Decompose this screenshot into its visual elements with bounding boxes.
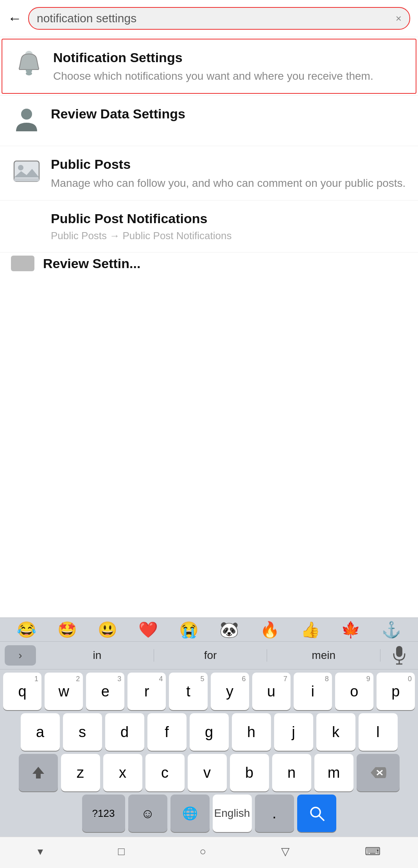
person-icon [11,105,42,136]
partial-result-item[interactable]: Review Settin... [0,252,418,274]
key-p[interactable]: 0p [377,673,415,710]
emoji-red-heart[interactable]: ❤️ [128,622,169,637]
key-d[interactable]: d [105,713,144,751]
num-sym-key[interactable]: ?123 [82,795,125,832]
key-row-4: ?123 ☺ 🌐 English . [3,795,415,832]
key-v[interactable]: v [188,754,227,791]
key-a[interactable]: a [21,713,60,751]
emoji-kissing-star[interactable]: 🤩 [47,622,88,637]
emoji-anchor[interactable]: ⚓ [371,622,412,637]
nav-back-button[interactable]: ▽ [281,845,290,858]
key-row-2: a s d f g h j k l [3,713,415,751]
key-l[interactable]: l [359,713,398,751]
result-text-notification-settings: Notification Settings Choose which notif… [53,49,405,84]
result-title: Notification Settings [53,49,405,66]
search-key[interactable] [297,795,336,832]
result-item-review-data-settings[interactable]: Review Data Settings [0,96,418,146]
emoji-panda[interactable]: 🐼 [209,622,250,637]
suggestion-in[interactable]: in [41,649,154,662]
image-icon [11,156,42,187]
key-u[interactable]: 7u [252,673,291,710]
key-g[interactable]: g [190,713,229,751]
nav-circle-button[interactable]: ○ [199,845,206,858]
emoji-fire[interactable]: 🔥 [249,622,290,637]
key-q[interactable]: 1q [3,673,41,710]
key-m[interactable]: m [314,754,353,791]
svg-point-2 [26,72,32,75]
key-k[interactable]: k [316,713,355,751]
results-list: Notification Settings Choose which notif… [0,37,418,274]
emoji-laughing[interactable]: 😂 [6,622,47,637]
key-e[interactable]: 3e [86,673,124,710]
emoji-grinning[interactable]: 😃 [87,622,128,637]
emoji-bar: 😂 🤩 😃 ❤️ 😭 🐼 🔥 👍 🍁 ⚓ [0,617,418,641]
result-text-public-posts: Public Posts Manage who can follow you, … [51,156,407,190]
nav-keyboard-button[interactable]: ⌨ [365,845,380,858]
emoji-key[interactable]: ☺ [128,795,167,832]
result-item-public-post-notifications[interactable]: Public Post Notifications Public Posts →… [0,200,418,252]
svg-rect-7 [396,646,402,657]
key-y[interactable]: 6y [211,673,249,710]
word-suggestions-bar: › in for mein [0,641,418,669]
suggestion-mein[interactable]: mein [267,649,380,662]
key-j[interactable]: j [274,713,313,751]
period-key[interactable]: . [255,795,294,832]
shift-key[interactable] [19,754,58,791]
key-w[interactable]: 2w [45,673,83,710]
emoji-maple-leaf[interactable]: 🍁 [331,622,371,637]
result-title-3: Public Posts [51,156,407,173]
result-item-public-posts[interactable]: Public Posts Manage who can follow you, … [0,146,418,200]
mic-button[interactable] [385,645,413,666]
key-n[interactable]: n [272,754,311,791]
svg-rect-6 [14,178,39,181]
emoji-thumbsup[interactable]: 👍 [290,622,331,637]
svg-line-13 [319,816,324,820]
svg-point-5 [18,165,23,170]
back-button[interactable]: ← [8,11,22,25]
nav-square-button[interactable]: □ [118,845,125,858]
partial-title: Review Settin... [43,257,140,270]
key-s[interactable]: s [63,713,102,751]
bell-icon [13,49,45,80]
suggestion-for[interactable]: for [154,649,267,662]
nav-down-button[interactable]: ▾ [38,845,43,858]
keyboard-keys: 1q 2w 3e 4r 5t 6y 7u 8i 9o 0p a s d f g … [0,669,418,837]
key-t[interactable]: 5t [169,673,207,710]
result-text-public-post-notifications: Public Post Notifications Public Posts →… [51,210,407,243]
header: ← × [0,0,418,37]
result-desc: Choose which notifications you want and … [53,68,405,84]
delete-key[interactable] [357,754,400,791]
key-z[interactable]: z [61,754,100,791]
partial-icon [11,256,34,271]
key-row-3: z x c v b n m [3,754,415,791]
space-bar[interactable]: English [213,795,252,832]
key-c[interactable]: c [145,754,185,791]
result-item-notification-settings[interactable]: Notification Settings Choose which notif… [2,39,416,94]
key-o[interactable]: 9o [335,673,373,710]
result-breadcrumb-4: Public Posts → Public Post Notifications [51,229,407,243]
search-input[interactable] [37,12,391,25]
globe-key[interactable]: 🌐 [170,795,210,832]
expand-suggestions-button[interactable]: › [5,645,36,666]
key-f[interactable]: f [147,713,187,751]
key-h[interactable]: h [232,713,271,751]
spacer-icon [11,210,42,241]
result-title-4: Public Post Notifications [51,210,407,227]
svg-point-3 [21,109,32,120]
key-i[interactable]: 8i [294,673,332,710]
result-desc-3: Manage who can follow you, and who can c… [51,175,407,191]
result-title-2: Review Data Settings [51,105,407,122]
key-r[interactable]: 4r [127,673,166,710]
result-text-review-data-settings: Review Data Settings [51,105,407,122]
nav-bar: ▾ □ ○ ▽ ⌨ [0,837,418,868]
key-x[interactable]: x [103,754,142,791]
keyboard-wrapper: 😂 🤩 😃 ❤️ 😭 🐼 🔥 👍 🍁 ⚓ › in for mein 1q [0,617,418,868]
clear-button[interactable]: × [396,13,402,25]
search-bar: × [28,7,410,30]
key-row-1: 1q 2w 3e 4r 5t 6y 7u 8i 9o 0p [3,673,415,710]
emoji-crying[interactable]: 😭 [169,622,209,637]
key-b[interactable]: b [230,754,269,791]
